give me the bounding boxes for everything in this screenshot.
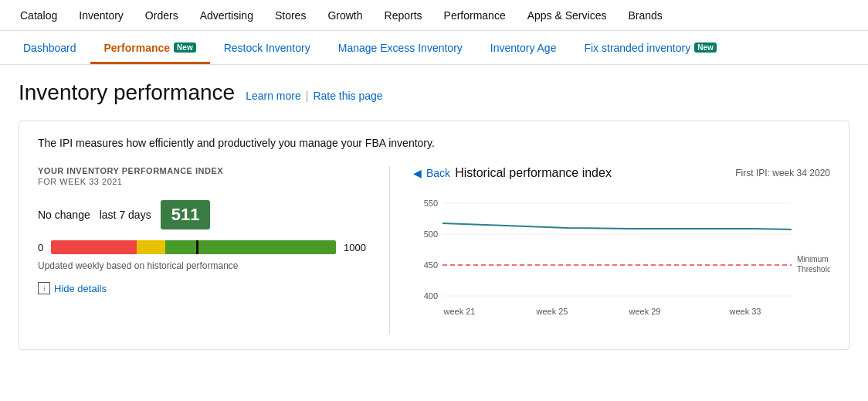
nav-brands[interactable]: Brands <box>617 0 673 31</box>
svg-text:400: 400 <box>424 291 438 301</box>
tab-dashboard[interactable]: Dashboard <box>9 33 90 64</box>
chart-nav: ◀ Back Historical performance index <box>413 166 612 180</box>
hide-details-button[interactable]: ⁝ Hide details <box>38 282 366 294</box>
score-suffix: last 7 days <box>100 209 151 221</box>
performance-new-badge: New <box>174 42 196 53</box>
svg-text:450: 450 <box>424 260 438 270</box>
chart-area: 550 500 450 400 Minimum Threshold <box>413 192 830 334</box>
tab-performance[interactable]: Performance New <box>90 33 210 64</box>
bar-score-marker <box>196 240 198 254</box>
svg-text:week 21: week 21 <box>443 307 476 316</box>
score-prefix: No change <box>38 209 90 221</box>
svg-text:week 25: week 25 <box>536 307 568 316</box>
header-separator: | <box>306 90 309 102</box>
ipi-description: The IPI measures how efficiently and pro… <box>38 137 830 149</box>
nav-reports[interactable]: Reports <box>374 0 433 31</box>
bar-min-label: 0 <box>38 242 43 253</box>
page-header: Inventory performance Learn more | Rate … <box>0 65 868 113</box>
bar-green-segment <box>165 240 336 254</box>
ipi-week-label: FOR WEEK 33 2021 <box>38 177 366 186</box>
chart-back-arrow[interactable]: ◀ <box>413 167 422 179</box>
ipi-score-badge: 511 <box>161 200 211 229</box>
ipi-progress-bar <box>51 240 336 254</box>
nav-stores[interactable]: Stores <box>264 0 317 31</box>
svg-text:week 33: week 33 <box>729 307 761 316</box>
progress-note: Updated weekly based on historical perfo… <box>38 260 366 271</box>
tab-fix-stranded[interactable]: Fix stranded inventory New <box>570 33 730 64</box>
secondary-navigation: Dashboard Performance New Restock Invent… <box>0 31 868 65</box>
first-ipi-label: First IPI: week 34 2020 <box>735 168 830 178</box>
svg-text:Minimum: Minimum <box>797 255 829 263</box>
svg-text:550: 550 <box>424 199 438 208</box>
progress-container: 0 1000 <box>38 240 366 254</box>
page-title: Inventory performance <box>19 80 235 105</box>
nav-advertising[interactable]: Advertising <box>189 0 264 31</box>
rate-page-link[interactable]: Rate this page <box>313 90 382 102</box>
hide-details-icon: ⁝ <box>38 282 50 294</box>
tab-manage-excess[interactable]: Manage Excess Inventory <box>324 33 476 64</box>
nav-catalog[interactable]: Catalog <box>9 0 68 31</box>
bar-yellow-segment <box>137 240 165 254</box>
historical-chart-svg: 550 500 450 400 Minimum Threshold <box>413 192 830 331</box>
page-header-links: Learn more | Rate this page <box>246 90 383 102</box>
ipi-index-label: YOUR INVENTORY PERFORMANCE INDEX <box>38 166 366 175</box>
right-panel: ◀ Back Historical performance index Firs… <box>390 166 830 334</box>
nav-orders[interactable]: Orders <box>134 0 189 31</box>
chart-header: ◀ Back Historical performance index Firs… <box>413 166 830 180</box>
nav-performance[interactable]: Performance <box>433 0 517 31</box>
stranded-new-badge: New <box>694 42 717 53</box>
main-card: The IPI measures how efficiently and pro… <box>19 121 849 350</box>
nav-growth[interactable]: Growth <box>317 0 373 31</box>
hide-details-label: Hide details <box>54 283 107 294</box>
nav-inventory[interactable]: Inventory <box>68 0 134 31</box>
bar-max-label: 1000 <box>344 242 366 253</box>
left-panel: YOUR INVENTORY PERFORMANCE INDEX FOR WEE… <box>38 166 390 334</box>
bar-red-segment <box>51 240 137 254</box>
tab-inventory-age[interactable]: Inventory Age <box>476 33 571 64</box>
svg-text:week 29: week 29 <box>629 307 661 316</box>
top-navigation: Catalog Inventory Orders Advertising Sto… <box>0 0 868 31</box>
tab-restock-inventory[interactable]: Restock Inventory <box>210 33 324 64</box>
svg-text:Threshold: Threshold <box>797 265 830 274</box>
learn-more-link[interactable]: Learn more <box>246 90 301 102</box>
chart-back-label[interactable]: Back <box>426 167 450 179</box>
svg-text:500: 500 <box>424 229 438 239</box>
chart-title: Historical performance index <box>455 166 612 180</box>
content-row: YOUR INVENTORY PERFORMANCE INDEX FOR WEE… <box>38 166 830 334</box>
score-row: No change last 7 days 511 <box>38 200 366 229</box>
nav-apps-services[interactable]: Apps & Services <box>517 0 618 31</box>
